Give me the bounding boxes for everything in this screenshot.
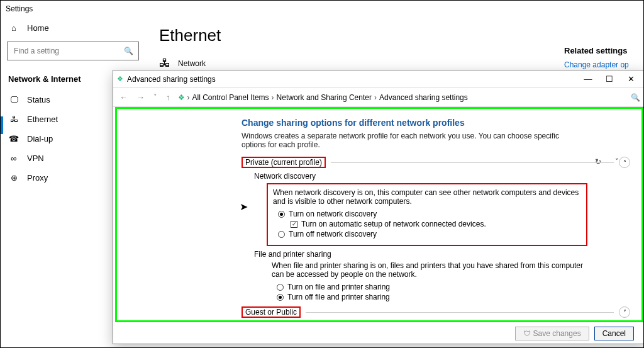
radio-icon (277, 284, 284, 291)
network-discovery-box: When network discovery is on, this compu… (267, 183, 587, 246)
network-label: Network (178, 59, 206, 68)
radio-icon (278, 211, 285, 218)
radio-icon (277, 294, 284, 301)
main-pane: Ethernet 🖧 Network (159, 18, 221, 70)
page-title: Change sharing options for different net… (242, 118, 630, 128)
back-button[interactable]: ← (118, 93, 129, 102)
window-title: Advanced sharing settings (127, 75, 216, 84)
search-input[interactable] (13, 46, 124, 56)
page-heading: Ethernet (159, 26, 221, 45)
window-titlebar[interactable]: ❖ Advanced sharing settings — ☐ ✕ (113, 70, 644, 88)
related-settings: Related settings Change adapter op (564, 46, 640, 69)
sidebar-item-label: Status (27, 95, 50, 104)
up-button[interactable]: ↑ (165, 93, 172, 102)
breadcrumb-item[interactable]: Advanced sharing settings (379, 93, 468, 102)
radio-label: Turn on network discovery (289, 210, 377, 218)
dialup-icon: ☎ (8, 134, 19, 143)
network-adapter-icon: 🖧 (159, 57, 170, 70)
private-profile-label: Private (current profile) (242, 157, 326, 168)
settings-title: Settings (6, 4, 33, 13)
forward-button[interactable]: → (135, 93, 146, 102)
active-indicator (1, 116, 3, 134)
ethernet-icon: 🖧 (8, 115, 19, 124)
network-discovery-head: Network discovery (254, 172, 630, 181)
search-icon[interactable]: 🔍 (629, 93, 640, 102)
save-button: 🛡Save changes (515, 327, 589, 340)
cancel-button[interactable]: Cancel (594, 327, 634, 340)
radio-label: Turn off network discovery (289, 230, 377, 239)
recent-button[interactable]: ˅ (152, 93, 158, 101)
radio-label: Turn off file and printer sharing (287, 293, 390, 301)
sidebar-item-label: Ethernet (27, 115, 58, 124)
save-label: Save changes (533, 329, 581, 338)
profile-private-row[interactable]: Private (current profile) ˄ (242, 157, 630, 168)
radio-fps-off[interactable]: Turn off file and printer sharing (277, 293, 592, 301)
page-desc: Windows creates a separate network profi… (242, 132, 569, 149)
advanced-sharing-window: ❖ Advanced sharing settings — ☐ ✕ ← → ˅ … (113, 70, 644, 344)
radio-fps-on[interactable]: Turn on file and printer sharing (277, 283, 592, 291)
close-button[interactable]: ✕ (620, 74, 641, 84)
status-icon: 🖵 (8, 95, 19, 104)
nav-bar: ← → ˅ ↑ ❖ All Control Panel Items Networ… (113, 88, 644, 107)
home-icon: ⌂ (8, 23, 19, 33)
window-icon: ❖ (117, 75, 123, 83)
maximize-button[interactable]: ☐ (599, 74, 620, 84)
sidebar-home[interactable]: ⌂ Home (1, 18, 145, 38)
checkbox-nd-auto[interactable]: ✓Turn on automatic setup of network conn… (278, 220, 582, 228)
fps-desc: When file and printer sharing is on, fil… (272, 261, 592, 279)
search-input-wrap[interactable]: 🔍 (7, 42, 139, 60)
shield-icon: 🛡 (523, 329, 531, 338)
sidebar-home-label: Home (27, 23, 49, 33)
breadcrumb-icon: ❖ (178, 93, 185, 102)
window-footer: 🛡Save changes Cancel (113, 323, 644, 344)
chevron-up-icon[interactable]: ˄ (619, 157, 630, 168)
chevron-down-icon[interactable]: ˅ (619, 306, 630, 318)
profile-guest-row[interactable]: Guest or Public ˅ (242, 306, 630, 318)
checkbox-label: Turn on automatic setup of network conne… (301, 220, 486, 228)
guest-profile-label: Guest or Public (242, 306, 301, 318)
breadcrumb-item[interactable]: Network and Sharing Center (277, 93, 372, 102)
breadcrumb[interactable]: ❖ All Control Panel Items Network and Sh… (178, 93, 623, 102)
radio-nd-off[interactable]: Turn off network discovery (278, 230, 582, 239)
window-body: Change sharing options for different net… (115, 107, 643, 322)
radio-nd-on[interactable]: Turn on network discovery (278, 210, 582, 218)
checkbox-icon: ✓ (291, 221, 297, 228)
file-printer-box: When file and printer sharing is on, fil… (272, 261, 592, 301)
vpn-icon: ∞ (8, 154, 19, 163)
nd-desc: When network discovery is on, this compu… (273, 188, 582, 206)
link-change-adapter[interactable]: Change adapter op (564, 60, 629, 69)
related-heading: Related settings (564, 46, 640, 55)
breadcrumb-item[interactable]: All Control Panel Items (192, 93, 269, 102)
file-printer-head: File and printer sharing (254, 250, 630, 259)
sidebar-item-label: Dial-up (27, 134, 53, 143)
sidebar-item-label: VPN (27, 154, 44, 163)
radio-icon (278, 231, 285, 238)
network-row[interactable]: 🖧 Network (159, 57, 221, 70)
search-icon: 🔍 (124, 47, 133, 55)
minimize-button[interactable]: — (577, 74, 599, 84)
radio-label: Turn on file and printer sharing (287, 283, 390, 291)
proxy-icon: ⊕ (8, 173, 19, 182)
sidebar-item-label: Proxy (27, 173, 48, 182)
